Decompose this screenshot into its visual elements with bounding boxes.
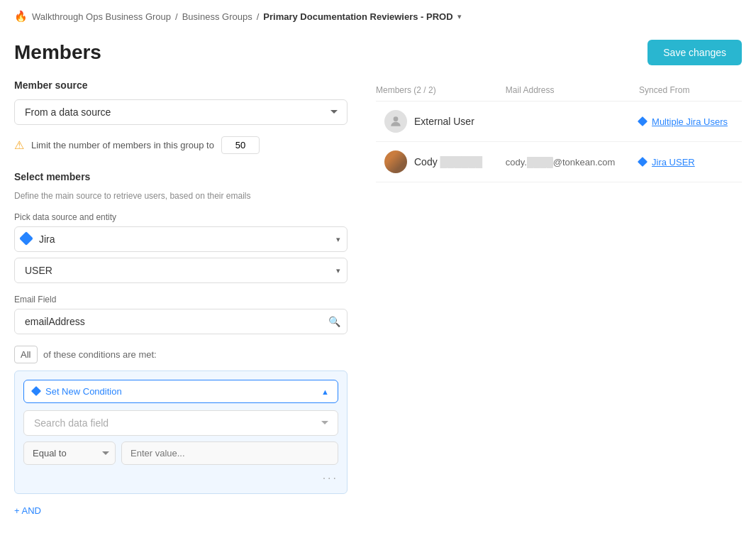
user-icon [389,114,403,128]
more-options-button[interactable]: ··· [23,472,338,485]
col-mail: Mail Address [497,79,630,101]
email-field-label: Email Field [14,295,348,304]
select-members-title: Select members [14,171,348,182]
limit-text: Limit the number of members in this grou… [31,140,214,150]
condition-inner: Search data field Equal to ··· [23,410,338,485]
col-members: Members (2 / 2) [376,79,497,101]
condition-box: Set New Condition ▲ Search data field Eq… [14,370,348,494]
synced-cell: Multiple Jira Users [639,116,733,127]
main-content: Member source From a data source ⚠ Limit… [0,79,756,520]
set-condition-label: Set New Condition [45,386,122,397]
select-members-subtitle: Define the main source to retrieve users… [14,191,348,201]
member-name: External User [414,116,474,127]
table-header-row: Members (2 / 2) Mail Address Synced From [376,79,742,101]
right-panel: Members (2 / 2) Mail Address Synced From [376,79,742,520]
entity-select[interactable]: USER [14,258,348,283]
breadcrumb-section[interactable]: Business Groups [182,11,252,22]
synced-cell: Jira USER [639,156,733,168]
member-name-cell: Cody ██████ [384,150,489,173]
synced-icon [639,116,646,127]
table-row: External User Multiple Jira Users [376,101,742,142]
breadcrumb: 🔥 Walkthrough Ops Business Group / Busin… [0,0,756,33]
pick-source-group: Pick data source and entity Jira ▾ USER … [14,212,348,283]
member-name: Cody ██████ [414,156,482,168]
synced-link[interactable]: Jira USER [652,157,695,168]
member-source-select[interactable]: From a data source [14,99,348,125]
select-members-section: Select members Define the main source to… [14,171,348,201]
search-data-field-select[interactable]: Search data field [23,410,338,436]
separator-1: / [175,11,178,22]
separator-2: / [257,11,260,22]
page-header: Members Save changes [0,33,756,79]
conditions-text: of these conditions are met: [43,349,157,360]
search-icon[interactable]: 🔍 [328,316,340,327]
limit-input[interactable] [221,136,260,154]
member-source-group: Member source From a data source [14,79,348,125]
enter-value-input[interactable] [121,441,338,465]
chevron-down-icon: ▾ [457,12,462,21]
conditions-all-select[interactable]: All [14,346,38,363]
synced-link[interactable]: Multiple Jira Users [652,116,728,127]
email-field-wrapper: 🔍 [14,309,348,334]
jira-icon [21,234,33,245]
entity-select-wrapper: USER ▾ [14,258,348,283]
set-condition-button[interactable]: Set New Condition ▲ [23,380,338,403]
condition-header: All of these conditions are met: [14,346,348,363]
email-field-input[interactable] [14,309,348,334]
save-button[interactable]: Save changes [647,40,742,65]
chevron-up-icon: ▲ [321,388,329,396]
jira-select-wrapper: Jira ▾ [14,226,348,252]
warning-icon: ⚠ [14,138,24,152]
limit-row: ⚠ Limit the number of members in this gr… [14,136,348,154]
condition-diamond-icon [33,386,40,397]
jira-select[interactable]: Jira [14,226,348,252]
set-condition-left: Set New Condition [33,386,122,397]
synced-icon [639,156,646,168]
breadcrumb-brand[interactable]: Walkthrough Ops Business Group [32,11,171,22]
page-title: Members [14,41,101,64]
pick-source-label: Pick data source and entity [14,212,348,222]
col-synced: Synced From [630,79,742,101]
left-panel: Member source From a data source ⚠ Limit… [14,79,348,520]
breadcrumb-current: Primary Documentation Reviewiers - PROD [263,11,452,22]
email-field-group: Email Field 🔍 [14,295,348,334]
members-table: Members (2 / 2) Mail Address Synced From [376,79,742,182]
equal-to-select[interactable]: Equal to [23,441,116,465]
condition-bottom-row: Equal to [23,441,338,465]
member-name-cell: External User [384,110,489,133]
avatar [384,150,407,173]
member-mail: cody.████@tonkean.com [497,142,630,182]
member-mail [497,101,630,142]
table-row: Cody ██████ cody.████@tonkean.com Jira U… [376,142,742,182]
svg-point-0 [394,116,399,121]
member-source-label: Member source [14,79,348,91]
avatar [384,110,407,133]
fire-icon: 🔥 [14,10,28,23]
and-button[interactable]: + AND [14,501,41,520]
